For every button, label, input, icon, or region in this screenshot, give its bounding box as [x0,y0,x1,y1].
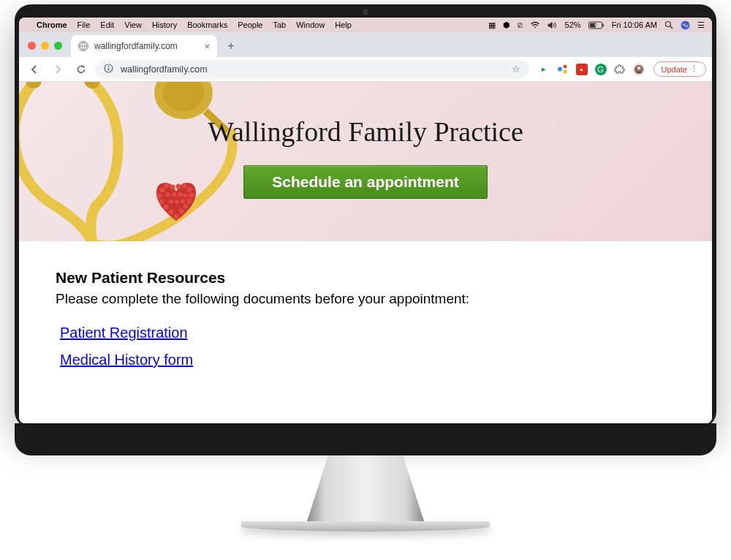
new-tab-button[interactable]: + [221,37,240,56]
svg-point-36 [179,209,184,214]
resources-heading: New Patient Resources [56,269,675,287]
medical-history-link[interactable]: Medical History form [60,352,675,368]
resources-intro: Please complete the following documents … [56,291,675,307]
svg-point-29 [189,193,194,198]
volume-icon[interactable] [548,21,558,29]
svg-point-23 [160,188,165,193]
svg-point-40 [178,192,182,197]
menubar-app-icon[interactable]: ▦ [488,20,496,30]
patient-registration-link[interactable]: Patient Registration [60,325,675,341]
menu-history[interactable]: History [152,20,177,29]
svg-point-30 [157,194,162,199]
tab-close-icon[interactable]: × [204,41,210,52]
svg-point-41 [183,193,187,197]
profile-avatar-icon[interactable] [633,64,645,75]
siri-icon[interactable] [681,20,690,30]
window-maximize-button[interactable] [54,42,62,50]
svg-point-12 [558,67,562,72]
svg-point-33 [164,205,169,210]
battery-icon[interactable] [588,21,605,29]
menu-people[interactable]: People [238,20,262,29]
svg-point-13 [564,65,567,69]
svg-rect-1 [602,23,604,26]
update-button[interactable]: Update ⋮ [654,61,706,77]
bookmark-star-icon[interactable]: ☆ [512,64,520,75]
mac-menu-left: Chrome File Edit View History Bookmarks … [26,20,352,29]
address-bar[interactable]: wallingfordfamily.com ☆ [95,60,529,79]
extension-icon[interactable]: ▪ [576,64,588,75]
extensions-menu-icon[interactable] [614,64,626,75]
globe-icon [78,41,88,51]
page-title: Wallingford Family Practice [208,116,523,148]
chrome-toolbar: wallingfordfamily.com ☆ ▸ ▪ G [19,57,712,82]
monitor-bezel: Chrome File Edit View History Bookmarks … [15,4,716,428]
svg-point-39 [172,192,176,197]
svg-point-35 [169,210,174,215]
wifi-icon[interactable] [530,21,540,29]
svg-point-32 [187,199,192,204]
extension-icon[interactable]: G [595,64,607,75]
extension-icon[interactable]: ▸ [538,64,550,75]
resources-section: New Patient Resources Please complete th… [19,241,712,406]
menu-bookmarks[interactable]: Bookmarks [187,20,227,29]
imac-monitor: Chrome File Edit View History Bookmarks … [15,4,716,531]
hero-banner: Wallingford Family Practice Schedule an … [19,82,712,241]
screen-mirror-icon[interactable]: ⎚ [518,20,523,29]
svg-point-37 [174,214,179,219]
menu-edit[interactable]: Edit [100,20,114,29]
svg-point-24 [164,183,170,189]
monitor-stand-base [241,521,490,531]
window-controls [25,42,67,57]
heart-icon [151,177,202,228]
camera-icon [363,9,368,15]
mac-menu-right: ▦ ⬢ ⎚ 52% Fri 10:06 AM [488,20,705,30]
app-menu[interactable]: Chrome [37,20,67,29]
menu-window[interactable]: Window [296,20,325,29]
svg-point-42 [169,200,173,204]
menu-file[interactable]: File [77,20,91,29]
page-content: Wallingford Family Practice Schedule an … [19,82,712,423]
control-center-icon[interactable]: ☰ [697,20,705,30]
svg-point-3 [666,22,671,27]
menu-help[interactable]: Help [335,20,352,29]
svg-point-28 [187,187,192,192]
menu-tab[interactable]: Tab [273,20,286,29]
svg-point-26 [176,184,181,189]
extension-icons: ▸ ▪ G [534,64,649,75]
schedule-appointment-button[interactable]: Schedule an appointment [243,165,488,199]
svg-point-14 [564,70,567,74]
clock[interactable]: Fri 10:06 AM [612,20,657,29]
site-info-icon[interactable] [104,64,113,75]
forward-button[interactable] [48,60,67,79]
back-button[interactable] [25,60,44,79]
svg-point-25 [170,185,175,190]
screen: Chrome File Edit View History Bookmarks … [19,18,712,423]
svg-rect-11 [108,67,109,70]
window-minimize-button[interactable] [41,42,49,50]
svg-point-44 [181,199,185,203]
browser-tab[interactable]: wallingfordfamily.com × [71,35,217,57]
mac-menubar: Chrome File Edit View History Bookmarks … [19,18,712,32]
chrome-tabstrip: wallingfordfamily.com × + [19,32,712,57]
more-menu-icon: ⋮ [690,64,698,74]
svg-line-4 [670,26,673,29]
monitor-stand-neck [307,455,424,521]
svg-point-10 [108,66,110,67]
svg-point-27 [182,183,187,189]
update-label: Update [662,65,687,74]
spotlight-icon[interactable] [664,20,673,29]
svg-point-34 [183,204,189,209]
menu-view[interactable]: View [124,20,142,29]
svg-point-43 [175,200,179,204]
reload-button[interactable] [72,60,91,79]
window-close-button[interactable] [28,42,36,50]
url-text: wallingfordfamily.com [121,64,208,75]
svg-point-17 [637,67,640,69]
stethoscope-icon [19,82,238,241]
svg-point-38 [166,192,170,197]
menubar-app-icon[interactable]: ⬢ [503,20,510,30]
extension-icon[interactable] [557,64,569,75]
battery-percent[interactable]: 52% [565,20,581,29]
monitor-chin [15,423,716,455]
svg-point-31 [159,200,164,205]
